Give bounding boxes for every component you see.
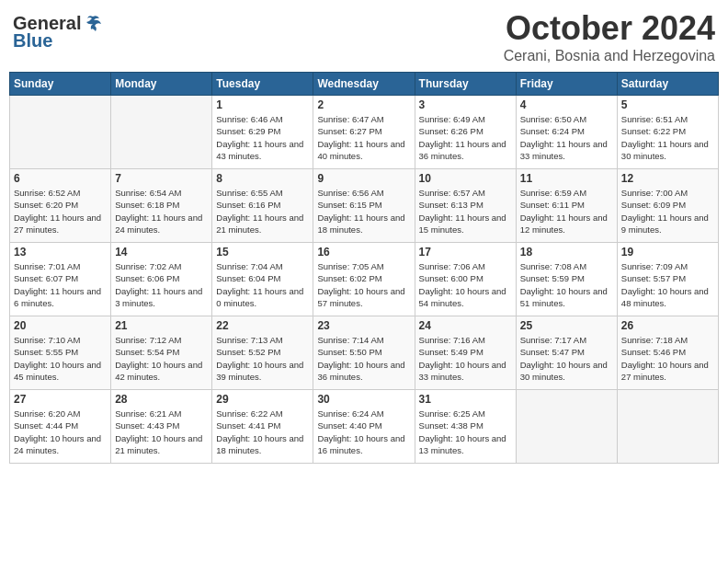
day-info: Sunrise: 6:47 AM Sunset: 6:27 PM Dayligh… [317, 113, 410, 162]
calendar-table: SundayMondayTuesdayWednesdayThursdayFrid… [9, 72, 719, 464]
day-info: Sunrise: 6:59 AM Sunset: 6:11 PM Dayligh… [520, 187, 613, 236]
day-info: Sunrise: 6:20 AM Sunset: 4:44 PM Dayligh… [14, 408, 107, 456]
calendar-cell [617, 390, 718, 464]
day-number: 10 [419, 172, 512, 185]
day-number: 7 [115, 172, 208, 185]
calendar-week-2: 6Sunrise: 6:52 AM Sunset: 6:20 PM Daylig… [10, 169, 719, 243]
day-number: 4 [520, 98, 613, 111]
day-number: 28 [115, 393, 208, 406]
calendar-week-4: 20Sunrise: 7:10 AM Sunset: 5:55 PM Dayli… [10, 316, 719, 390]
weekday-header-thursday: Thursday [415, 73, 516, 96]
calendar-cell: 19Sunrise: 7:09 AM Sunset: 5:57 PM Dayli… [617, 243, 718, 316]
day-info: Sunrise: 7:04 AM Sunset: 6:04 PM Dayligh… [216, 260, 309, 309]
day-info: Sunrise: 7:18 AM Sunset: 5:46 PM Dayligh… [621, 334, 714, 383]
weekday-header-saturday: Saturday [617, 73, 718, 96]
calendar-cell: 20Sunrise: 7:10 AM Sunset: 5:55 PM Dayli… [10, 316, 111, 390]
logo-bird-icon [83, 13, 103, 33]
weekday-row: SundayMondayTuesdayWednesdayThursdayFrid… [10, 73, 719, 96]
weekday-header-friday: Friday [516, 73, 617, 96]
calendar-cell: 24Sunrise: 7:16 AM Sunset: 5:49 PM Dayli… [415, 316, 516, 390]
calendar-cell: 8Sunrise: 6:55 AM Sunset: 6:16 PM Daylig… [212, 169, 313, 243]
day-number: 21 [115, 319, 208, 332]
day-info: Sunrise: 6:50 AM Sunset: 6:24 PM Dayligh… [520, 113, 613, 162]
calendar-cell: 23Sunrise: 7:14 AM Sunset: 5:50 PM Dayli… [313, 316, 415, 390]
day-info: Sunrise: 7:09 AM Sunset: 5:57 PM Dayligh… [621, 260, 714, 309]
calendar-cell: 2Sunrise: 6:47 AM Sunset: 6:27 PM Daylig… [313, 96, 415, 169]
day-info: Sunrise: 7:10 AM Sunset: 5:55 PM Dayligh… [14, 334, 107, 383]
day-info: Sunrise: 7:16 AM Sunset: 5:49 PM Dayligh… [419, 334, 512, 383]
location-text: Cerani, Bosnia and Herzegovina [504, 48, 715, 64]
day-number: 3 [419, 98, 512, 111]
weekday-header-monday: Monday [111, 73, 212, 96]
day-info: Sunrise: 7:12 AM Sunset: 5:54 PM Dayligh… [115, 334, 208, 383]
calendar-cell: 30Sunrise: 6:24 AM Sunset: 4:40 PM Dayli… [313, 390, 415, 464]
page-header: General Blue October 2024 Cerani, Bosnia… [9, 9, 719, 64]
calendar-cell: 25Sunrise: 7:17 AM Sunset: 5:47 PM Dayli… [516, 316, 617, 390]
day-info: Sunrise: 6:22 AM Sunset: 4:41 PM Dayligh… [216, 408, 309, 456]
day-number: 15 [216, 246, 309, 259]
day-info: Sunrise: 6:54 AM Sunset: 6:18 PM Dayligh… [115, 187, 208, 236]
weekday-header-sunday: Sunday [10, 73, 111, 96]
day-info: Sunrise: 7:02 AM Sunset: 6:06 PM Dayligh… [115, 260, 208, 309]
calendar-cell: 28Sunrise: 6:21 AM Sunset: 4:43 PM Dayli… [111, 390, 212, 464]
day-number: 1 [216, 98, 309, 111]
day-number: 9 [317, 172, 410, 185]
day-info: Sunrise: 7:05 AM Sunset: 6:02 PM Dayligh… [317, 260, 410, 309]
day-number: 23 [317, 319, 410, 332]
weekday-header-tuesday: Tuesday [212, 73, 313, 96]
calendar-cell: 15Sunrise: 7:04 AM Sunset: 6:04 PM Dayli… [212, 243, 313, 316]
day-info: Sunrise: 6:21 AM Sunset: 4:43 PM Dayligh… [115, 408, 208, 456]
day-info: Sunrise: 7:17 AM Sunset: 5:47 PM Dayligh… [520, 334, 613, 383]
calendar-cell: 18Sunrise: 7:08 AM Sunset: 5:59 PM Dayli… [516, 243, 617, 316]
day-info: Sunrise: 6:49 AM Sunset: 6:26 PM Dayligh… [419, 113, 512, 162]
calendar-week-1: 1Sunrise: 6:46 AM Sunset: 6:29 PM Daylig… [10, 96, 719, 169]
logo-blue-text: Blue [13, 30, 52, 52]
day-number: 30 [317, 393, 410, 406]
day-number: 25 [520, 319, 613, 332]
calendar-cell: 16Sunrise: 7:05 AM Sunset: 6:02 PM Dayli… [313, 243, 415, 316]
calendar-cell: 26Sunrise: 7:18 AM Sunset: 5:46 PM Dayli… [617, 316, 718, 390]
calendar-cell: 3Sunrise: 6:49 AM Sunset: 6:26 PM Daylig… [415, 96, 516, 169]
calendar-cell: 7Sunrise: 6:54 AM Sunset: 6:18 PM Daylig… [111, 169, 212, 243]
day-info: Sunrise: 7:06 AM Sunset: 6:00 PM Dayligh… [419, 260, 512, 309]
day-info: Sunrise: 6:24 AM Sunset: 4:40 PM Dayligh… [317, 408, 410, 456]
day-number: 22 [216, 319, 309, 332]
calendar-header: SundayMondayTuesdayWednesdayThursdayFrid… [10, 73, 719, 96]
day-info: Sunrise: 7:14 AM Sunset: 5:50 PM Dayligh… [317, 334, 410, 383]
day-number: 24 [419, 319, 512, 332]
logo: General Blue [13, 13, 103, 52]
day-number: 31 [419, 393, 512, 406]
calendar-cell: 21Sunrise: 7:12 AM Sunset: 5:54 PM Dayli… [111, 316, 212, 390]
calendar-cell: 10Sunrise: 6:57 AM Sunset: 6:13 PM Dayli… [415, 169, 516, 243]
calendar-cell: 6Sunrise: 6:52 AM Sunset: 6:20 PM Daylig… [10, 169, 111, 243]
month-title: October 2024 [504, 9, 715, 48]
day-number: 11 [520, 172, 613, 185]
day-number: 12 [621, 172, 714, 185]
day-number: 16 [317, 246, 410, 259]
day-info: Sunrise: 6:25 AM Sunset: 4:38 PM Dayligh… [419, 408, 512, 456]
day-number: 20 [14, 319, 107, 332]
calendar-cell: 31Sunrise: 6:25 AM Sunset: 4:38 PM Dayli… [415, 390, 516, 464]
calendar-week-3: 13Sunrise: 7:01 AM Sunset: 6:07 PM Dayli… [10, 243, 719, 316]
calendar-cell: 13Sunrise: 7:01 AM Sunset: 6:07 PM Dayli… [10, 243, 111, 316]
calendar-cell: 22Sunrise: 7:13 AM Sunset: 5:52 PM Dayli… [212, 316, 313, 390]
calendar-cell [516, 390, 617, 464]
day-info: Sunrise: 6:57 AM Sunset: 6:13 PM Dayligh… [419, 187, 512, 236]
day-info: Sunrise: 6:51 AM Sunset: 6:22 PM Dayligh… [621, 113, 714, 162]
day-number: 26 [621, 319, 714, 332]
calendar-cell: 5Sunrise: 6:51 AM Sunset: 6:22 PM Daylig… [617, 96, 718, 169]
day-number: 13 [14, 246, 107, 259]
day-info: Sunrise: 7:13 AM Sunset: 5:52 PM Dayligh… [216, 334, 309, 383]
day-number: 5 [621, 98, 714, 111]
calendar-cell: 12Sunrise: 7:00 AM Sunset: 6:09 PM Dayli… [617, 169, 718, 243]
calendar-cell: 1Sunrise: 6:46 AM Sunset: 6:29 PM Daylig… [212, 96, 313, 169]
calendar-body: 1Sunrise: 6:46 AM Sunset: 6:29 PM Daylig… [10, 96, 719, 464]
calendar-week-5: 27Sunrise: 6:20 AM Sunset: 4:44 PM Dayli… [10, 390, 719, 464]
title-area: October 2024 Cerani, Bosnia and Herzegov… [504, 9, 715, 64]
day-info: Sunrise: 6:55 AM Sunset: 6:16 PM Dayligh… [216, 187, 309, 236]
calendar-cell [10, 96, 111, 169]
day-info: Sunrise: 6:52 AM Sunset: 6:20 PM Dayligh… [14, 187, 107, 236]
calendar-cell: 14Sunrise: 7:02 AM Sunset: 6:06 PM Dayli… [111, 243, 212, 316]
day-info: Sunrise: 7:00 AM Sunset: 6:09 PM Dayligh… [621, 187, 714, 236]
day-number: 6 [14, 172, 107, 185]
